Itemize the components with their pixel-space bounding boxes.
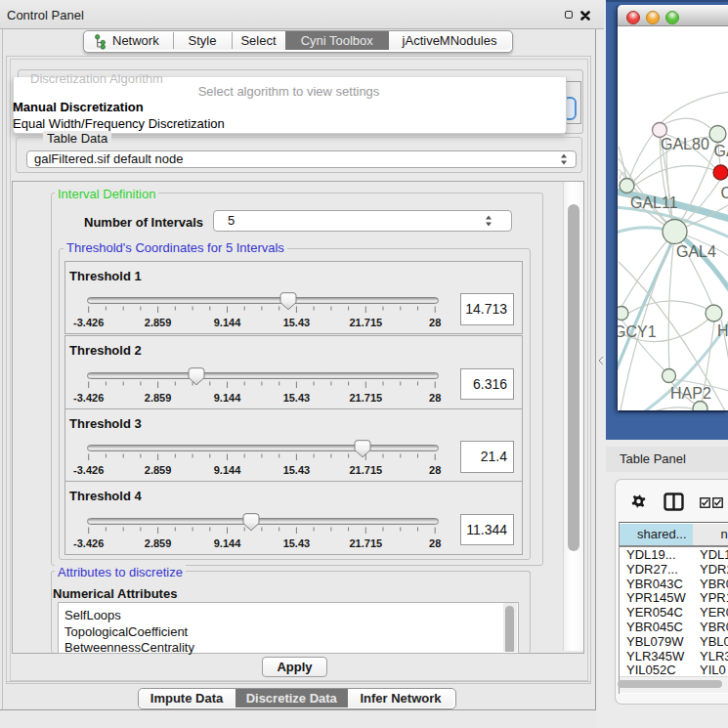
svg-text:GA: GA <box>714 143 728 159</box>
svg-text:GAL11: GAL11 <box>630 194 678 211</box>
svg-text:H: H <box>717 322 728 339</box>
svg-text:C: C <box>721 185 728 201</box>
svg-text:GAL4: GAL4 <box>676 243 716 260</box>
svg-text:GCY1: GCY1 <box>618 323 657 340</box>
svg-text:GAL80: GAL80 <box>661 136 709 152</box>
svg-text:HAP2: HAP2 <box>670 385 711 402</box>
